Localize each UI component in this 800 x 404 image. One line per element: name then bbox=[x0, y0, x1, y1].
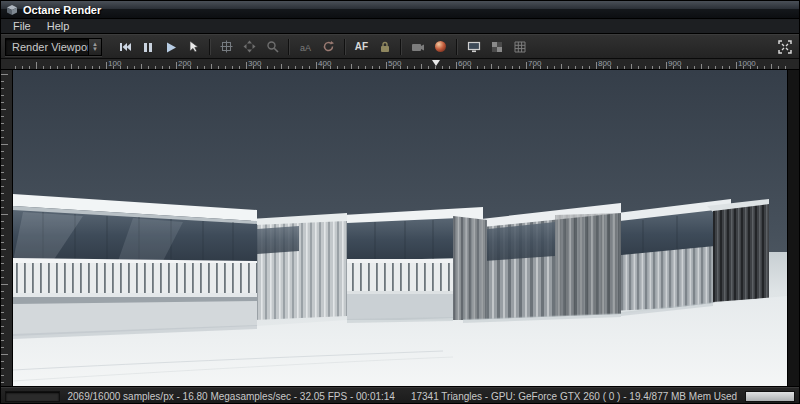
status-render-stats: 2069/16000 samples/px - 16.80 Megasample… bbox=[68, 391, 395, 402]
ruler-label: 100 bbox=[108, 59, 121, 68]
ruler-tick bbox=[1, 340, 4, 341]
spinner-arrows-icon[interactable]: ▲▼ bbox=[88, 39, 101, 55]
ruler-tick bbox=[1, 95, 4, 96]
ruler-tick bbox=[1, 74, 8, 75]
ruler-tick bbox=[568, 66, 569, 69]
ruler-tick bbox=[15, 66, 16, 69]
font-aa-icon: aA bbox=[299, 41, 313, 53]
ruler-tick bbox=[407, 66, 408, 69]
menu-help[interactable]: Help bbox=[39, 20, 78, 32]
fullscreen-button[interactable] bbox=[774, 37, 795, 57]
ruler-tick bbox=[575, 66, 576, 69]
ruler-tick bbox=[267, 66, 268, 69]
ruler-tick bbox=[687, 66, 688, 69]
ruler-tick bbox=[309, 66, 310, 69]
horizontal-ruler[interactable]: 1002003004005006007008009001000 bbox=[1, 59, 799, 70]
ruler-tick bbox=[1, 305, 4, 306]
ruler-tick bbox=[435, 66, 436, 69]
app-icon bbox=[6, 4, 18, 16]
building-right bbox=[609, 199, 731, 311]
ruler-tick bbox=[1, 137, 4, 138]
lock-resolution-button[interactable] bbox=[374, 37, 395, 57]
title-bar[interactable]: Octane Render bbox=[1, 1, 799, 19]
ruler-tick bbox=[1, 214, 8, 215]
ruler-tick bbox=[778, 66, 779, 69]
ruler-tick bbox=[1, 312, 4, 313]
pick-cursor-button[interactable] bbox=[183, 37, 204, 57]
ruler-tick bbox=[1, 298, 4, 299]
camera-icon bbox=[411, 41, 425, 53]
skip-to-start-icon bbox=[118, 40, 132, 54]
pan-view-button[interactable] bbox=[239, 37, 260, 57]
ruler-tick bbox=[50, 66, 51, 69]
ruler-tick bbox=[1, 123, 4, 124]
af-toggle-button[interactable]: AF bbox=[351, 37, 372, 57]
camera-button[interactable] bbox=[407, 37, 428, 57]
ruler-tick bbox=[99, 66, 100, 69]
ruler-tick bbox=[1, 284, 8, 285]
zoom-icon bbox=[266, 40, 279, 53]
status-bar: 2069/16000 samples/px - 16.80 Megasample… bbox=[1, 386, 799, 404]
menu-file[interactable]: File bbox=[5, 20, 39, 32]
ruler-tick bbox=[379, 66, 380, 69]
ruler-tick bbox=[358, 66, 359, 69]
pause-button[interactable] bbox=[137, 37, 158, 57]
font-aa-button[interactable]: aA bbox=[295, 37, 316, 57]
ruler-tick bbox=[505, 66, 506, 69]
ruler-tick bbox=[561, 64, 562, 69]
zoom-view-button[interactable] bbox=[262, 37, 283, 57]
pause-icon bbox=[142, 41, 154, 53]
ruler-tick bbox=[596, 62, 597, 69]
ruler-tick bbox=[218, 66, 219, 69]
ruler-tick bbox=[1, 109, 6, 110]
ruler-tick bbox=[1, 319, 6, 320]
ruler-label: 400 bbox=[318, 59, 331, 68]
grid-overlay-button[interactable] bbox=[509, 37, 530, 57]
ruler-tick bbox=[78, 66, 79, 69]
checker-icon bbox=[491, 41, 503, 53]
status-gpu-stats: 17341 Triangles - GPU: GeForce GTX 260 (… bbox=[411, 391, 737, 402]
ruler-label: 500 bbox=[388, 59, 401, 68]
ruler-tick bbox=[274, 66, 275, 69]
ruler-tick bbox=[92, 66, 93, 69]
ruler-tick bbox=[589, 66, 590, 69]
ruler-tick bbox=[1, 221, 4, 222]
ruler-label: 300 bbox=[248, 59, 261, 68]
ruler-tick bbox=[1, 81, 4, 82]
ruler-tick bbox=[764, 66, 765, 69]
window-title: Octane Render bbox=[23, 4, 101, 16]
ruler-tick bbox=[1, 333, 4, 334]
refresh-render-button[interactable] bbox=[318, 37, 339, 57]
ruler-tick bbox=[211, 64, 212, 69]
focus-pick-button[interactable] bbox=[216, 37, 237, 57]
ruler-position-marker[interactable] bbox=[432, 60, 440, 66]
ruler-tick bbox=[519, 66, 520, 69]
ruler-tick bbox=[785, 66, 786, 69]
vertical-ruler[interactable] bbox=[1, 70, 13, 386]
ruler-tick bbox=[134, 66, 135, 69]
ruler-tick bbox=[456, 62, 457, 69]
memory-progress-fill bbox=[746, 392, 794, 401]
display-mode-button[interactable] bbox=[463, 37, 484, 57]
building-left bbox=[13, 194, 257, 338]
skip-to-start-button[interactable] bbox=[114, 37, 135, 57]
building-dark bbox=[707, 199, 769, 302]
ruler-tick bbox=[701, 64, 702, 69]
render-viewport[interactable] bbox=[13, 70, 787, 386]
ruler-tick bbox=[477, 66, 478, 69]
fullscreen-icon bbox=[778, 40, 792, 54]
ruler-tick bbox=[736, 62, 737, 69]
play-icon bbox=[165, 41, 177, 53]
ruler-tick bbox=[295, 66, 296, 69]
ruler-tick bbox=[141, 64, 142, 69]
ruler-label: 900 bbox=[668, 59, 681, 68]
play-button[interactable] bbox=[160, 37, 181, 57]
ruler-tick bbox=[1, 151, 4, 152]
material-ball-button[interactable] bbox=[430, 37, 451, 57]
ruler-tick bbox=[484, 66, 485, 69]
ruler-tick bbox=[302, 66, 303, 69]
ruler-tick bbox=[757, 66, 758, 69]
checker-background-button[interactable] bbox=[486, 37, 507, 57]
viewport-select[interactable]: Render Viewport ▲▼ bbox=[5, 38, 102, 56]
ruler-tick bbox=[547, 66, 548, 69]
